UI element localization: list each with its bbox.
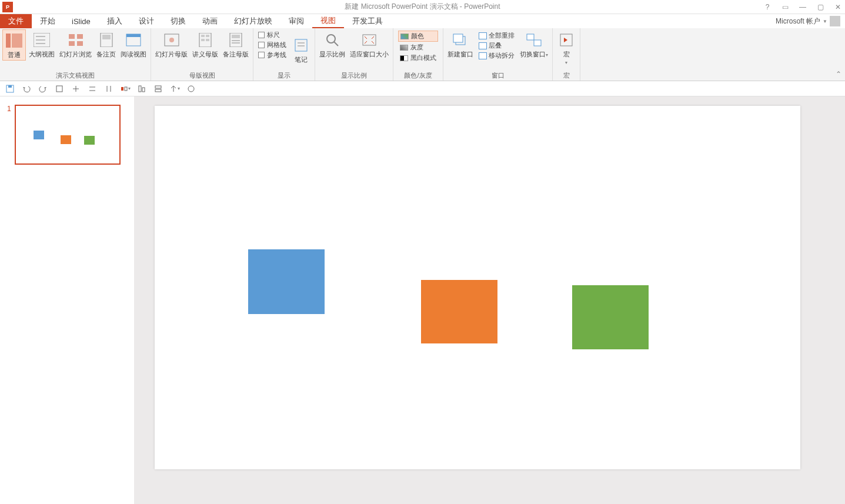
tab-transitions[interactable]: 切换 bbox=[162, 14, 194, 28]
window-title: 新建 Microsoft PowerPoint 演示文稿 - PowerPoin… bbox=[345, 2, 500, 12]
qat-button-10[interactable] bbox=[153, 84, 163, 94]
move-split-button[interactable]: 移动拆分 bbox=[477, 51, 516, 61]
handout-master-icon bbox=[196, 31, 215, 49]
qat-button-5[interactable] bbox=[71, 84, 81, 94]
thumbnail-item[interactable]: 1 bbox=[7, 105, 127, 165]
slide-canvas-area[interactable]: ↖ bbox=[134, 96, 845, 504]
ribbon-tabs: 文件 开始 iSlide 插入 设计 切换 动画 幻灯片放映 审阅 视图 开发工… bbox=[0, 14, 845, 28]
tab-slideshow[interactable]: 幻灯片放映 bbox=[226, 14, 280, 28]
arrange-all-button[interactable]: 全部重排 bbox=[477, 31, 516, 41]
fit-window-label: 适应窗口大小 bbox=[350, 51, 389, 58]
svg-rect-9 bbox=[77, 41, 83, 46]
slide-master-label: 幻灯片母版 bbox=[155, 51, 188, 58]
quick-access-toolbar: ▾ ▾ bbox=[0, 81, 845, 96]
checkbox-icon bbox=[258, 32, 265, 38]
cascade-icon bbox=[479, 42, 487, 49]
group-color-label: 颜色/灰度 bbox=[396, 70, 440, 81]
svg-rect-33 bbox=[527, 34, 534, 40]
ribbon-toggle-button[interactable]: ▭ bbox=[780, 3, 790, 11]
shape-rectangle-blue[interactable] bbox=[248, 249, 325, 314]
normal-view-icon bbox=[5, 31, 24, 50]
thumbnail-preview[interactable] bbox=[15, 105, 121, 165]
ribbon: 普通 大纲视图 幻灯片浏览 备注页 阅读视图 演示文稿视图 bbox=[0, 28, 845, 81]
reading-view-button[interactable]: 阅读视图 bbox=[119, 29, 148, 59]
notes-btn-label: 笔记 bbox=[295, 56, 308, 64]
cascade-button[interactable]: 层叠 bbox=[477, 41, 516, 51]
notes-page-label: 备注页 bbox=[96, 51, 116, 58]
account-dropdown-icon: ▼ bbox=[823, 19, 827, 24]
tab-insert[interactable]: 插入 bbox=[99, 14, 131, 28]
color-mode-button[interactable]: 颜色 bbox=[398, 31, 438, 42]
fit-window-button[interactable]: 适应窗口大小 bbox=[348, 29, 390, 59]
qat-button-9[interactable] bbox=[136, 84, 147, 94]
svg-rect-50 bbox=[155, 89, 161, 92]
qat-button-11[interactable]: ▾ bbox=[169, 84, 180, 94]
gridlines-checkbox[interactable]: 网格线 bbox=[258, 41, 286, 49]
slide-master-button[interactable]: 幻灯片母版 bbox=[153, 29, 189, 59]
cascade-label: 层叠 bbox=[489, 41, 502, 50]
account-area[interactable]: Microsoft 帐户 ▼ bbox=[771, 14, 845, 28]
group-window: 新建窗口 全部重排 层叠 移动拆分 切换窗口▾ 窗口 bbox=[443, 28, 553, 81]
svg-rect-17 bbox=[201, 35, 205, 37]
file-tab[interactable]: 文件 bbox=[0, 14, 32, 28]
guides-label: 参考线 bbox=[267, 51, 286, 59]
tab-review[interactable]: 审阅 bbox=[280, 14, 312, 28]
shape-rectangle-green[interactable] bbox=[572, 285, 649, 349]
slide[interactable] bbox=[155, 106, 800, 469]
svg-rect-45 bbox=[121, 87, 123, 91]
minimize-button[interactable]: — bbox=[798, 3, 807, 11]
svg-rect-7 bbox=[77, 34, 83, 39]
group-presentation-views-label: 演示文稿视图 bbox=[2, 70, 148, 81]
qat-button-7[interactable] bbox=[103, 84, 114, 94]
grayscale-mode-button[interactable]: 灰度 bbox=[398, 42, 438, 52]
group-zoom: 显示比例 适应窗口大小 显示比例 bbox=[315, 28, 393, 81]
group-master-views: 幻灯片母版 讲义母版 备注母版 母版视图 bbox=[151, 28, 253, 81]
tab-islide[interactable]: iSlide bbox=[64, 14, 99, 28]
notes-button[interactable]: 笔记 bbox=[290, 35, 312, 65]
group-presentation-views: 普通 大纲视图 幻灯片浏览 备注页 阅读视图 演示文稿视图 bbox=[0, 28, 151, 81]
qat-button-6[interactable] bbox=[87, 84, 98, 94]
ruler-checkbox[interactable]: 标尺 bbox=[258, 31, 286, 39]
maximize-button[interactable]: ▢ bbox=[816, 3, 825, 11]
outline-view-button[interactable]: 大纲视图 bbox=[27, 29, 56, 59]
qat-button-4[interactable] bbox=[54, 84, 65, 94]
svg-rect-18 bbox=[206, 35, 209, 37]
titlebar: P 新建 Microsoft PowerPoint 演示文稿 - PowerPo… bbox=[0, 0, 845, 14]
guides-checkbox[interactable]: 参考线 bbox=[258, 51, 286, 59]
switch-windows-button[interactable]: 切换窗口▾ bbox=[518, 29, 550, 60]
gridlines-label: 网格线 bbox=[267, 41, 286, 49]
svg-rect-13 bbox=[126, 34, 141, 37]
tab-animations[interactable]: 动画 bbox=[194, 14, 226, 28]
normal-view-button[interactable]: 普通 bbox=[2, 29, 26, 61]
outline-view-label: 大纲视图 bbox=[29, 51, 55, 58]
save-button[interactable] bbox=[5, 84, 15, 94]
collapse-ribbon-button[interactable]: ⌃ bbox=[836, 70, 841, 78]
svg-rect-11 bbox=[102, 35, 111, 39]
tab-design[interactable]: 设计 bbox=[131, 14, 162, 28]
macros-label: 宏▾ bbox=[563, 51, 570, 66]
ruler-label: 标尺 bbox=[267, 31, 280, 39]
tab-view[interactable]: 视图 bbox=[312, 14, 344, 28]
qat-button-8[interactable]: ▾ bbox=[120, 84, 131, 94]
undo-button[interactable] bbox=[21, 84, 32, 94]
slide-thumbnail-panel[interactable]: 1 bbox=[0, 96, 134, 504]
slide-sorter-button[interactable]: 幻灯片浏览 bbox=[58, 29, 93, 59]
svg-point-15 bbox=[169, 38, 174, 42]
notes-page-button[interactable]: 备注页 bbox=[95, 29, 118, 59]
thumb-shape-2 bbox=[61, 135, 71, 144]
zoom-button[interactable]: 显示比例 bbox=[318, 29, 347, 59]
handout-master-button[interactable]: 讲义母版 bbox=[191, 29, 220, 59]
tab-home[interactable]: 开始 bbox=[32, 14, 64, 28]
reading-view-label: 阅读视图 bbox=[121, 51, 146, 58]
shape-rectangle-orange[interactable] bbox=[421, 280, 497, 343]
tab-developer[interactable]: 开发工具 bbox=[344, 14, 391, 28]
bw-mode-button[interactable]: 黑白模式 bbox=[398, 53, 438, 63]
notes-master-button[interactable]: 备注母版 bbox=[221, 29, 251, 59]
qat-button-12[interactable] bbox=[186, 84, 196, 94]
app-icon: P bbox=[2, 2, 13, 12]
new-window-button[interactable]: 新建窗口 bbox=[446, 29, 475, 59]
help-button[interactable]: ? bbox=[763, 3, 772, 11]
redo-button[interactable] bbox=[38, 84, 48, 94]
close-button[interactable]: ✕ bbox=[833, 3, 843, 11]
macros-button[interactable]: 宏▾ bbox=[555, 29, 577, 68]
